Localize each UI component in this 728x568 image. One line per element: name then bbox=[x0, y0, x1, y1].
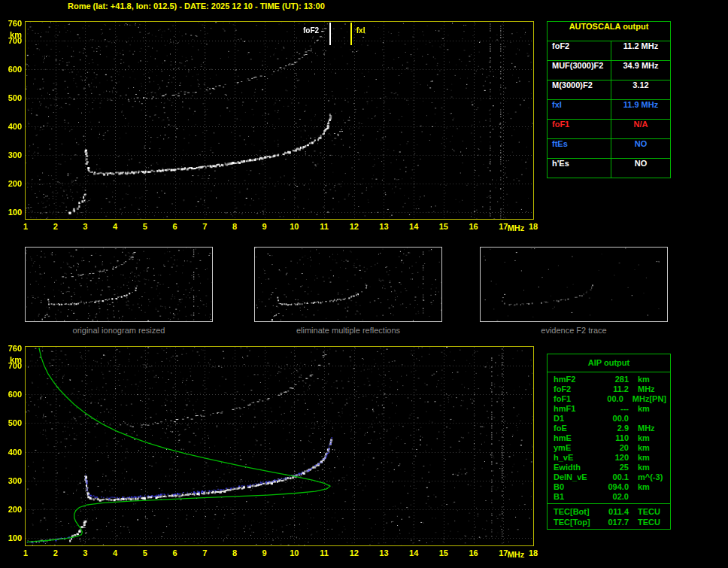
x-tick-label: 18 bbox=[523, 222, 543, 231]
x-axis-unit-label: MHz bbox=[506, 550, 526, 559]
aip-row: D100.0 bbox=[548, 414, 670, 424]
autoscala-param-value: 11.9 MHz bbox=[611, 100, 670, 119]
autoscala-param-label: foF2 bbox=[548, 41, 611, 60]
x-tick-label: 8 bbox=[225, 548, 244, 557]
x-axis-unit-label: MHz bbox=[506, 223, 526, 232]
autoscala-param-label: h'Es bbox=[548, 159, 611, 178]
aip-param-unit: km bbox=[629, 433, 650, 443]
y-tick-label: 300 bbox=[1, 476, 22, 485]
aip-row: hmF1---km bbox=[548, 404, 670, 414]
aip-param-value: 110 bbox=[603, 433, 629, 443]
autoscala-param-label: fxI bbox=[548, 100, 611, 119]
y-tick-label: 600 bbox=[1, 390, 22, 399]
aip-tec-rows: TEC[Bot]011.4TECUTEC[Top]017.7TECU bbox=[548, 503, 670, 529]
autoscala-param-value: N/A bbox=[611, 120, 670, 138]
aip-param-value: 11.2 bbox=[603, 384, 629, 394]
aip-output-title: AIP output bbox=[548, 354, 670, 372]
x-tick-label: 7 bbox=[195, 548, 214, 557]
aip-param-name: B0 bbox=[548, 482, 603, 492]
fxi-marker-label: fxI bbox=[356, 26, 366, 35]
aip-param-unit: km bbox=[629, 404, 650, 414]
thumbnail-caption-evidence: evidence F2 trace bbox=[480, 326, 668, 335]
aip-param-name: foF2 bbox=[548, 384, 603, 394]
aip-param-value: 20 bbox=[603, 443, 629, 453]
aip-param-value: 2.9 bbox=[603, 424, 629, 433]
y-tick-label: 600 bbox=[1, 65, 22, 74]
x-tick-label: 12 bbox=[344, 222, 364, 231]
aip-param-name: D1 bbox=[548, 414, 603, 424]
y-axis-unit-label: km bbox=[1, 30, 22, 39]
y-tick-label: 200 bbox=[1, 505, 22, 514]
aip-param-name: DelN_vE bbox=[548, 472, 603, 482]
y-axis-unit-label: km bbox=[1, 355, 22, 364]
y-tick-label: 100 bbox=[1, 533, 22, 542]
autoscala-param-label: foF1 bbox=[548, 120, 611, 138]
aip-row: B102.0 bbox=[548, 492, 670, 502]
aip-row: B0094.0km bbox=[548, 482, 670, 492]
aip-row: h_vE120km bbox=[548, 453, 670, 463]
x-tick-label: 16 bbox=[464, 548, 484, 557]
x-tick-label: 11 bbox=[314, 222, 334, 231]
autoscala-rows: foF211.2 MHzMUF(3000)F234.9 MHzM(3000)F2… bbox=[548, 41, 670, 178]
y-tick-label: 500 bbox=[1, 418, 22, 427]
aip-row: TEC[Bot]011.4TECU bbox=[548, 506, 670, 517]
aip-row: foF100.0MHz[PN] bbox=[548, 394, 670, 404]
autoscala-param-label: MUF(3000)F2 bbox=[548, 61, 611, 80]
x-tick-label: 14 bbox=[404, 222, 423, 231]
y-tick-label: 300 bbox=[1, 150, 22, 159]
x-tick-label: 11 bbox=[314, 548, 334, 557]
thumbnail-caption-filtered: eliminate multiple reflections bbox=[254, 326, 442, 335]
y-tick-label: 500 bbox=[1, 93, 22, 102]
page-title: Rome (lat: +41.8, lon: 012.5) - DATE: 20… bbox=[68, 2, 325, 11]
aip-param-unit: km bbox=[629, 443, 650, 453]
aip-row: foF211.2MHz bbox=[548, 384, 670, 394]
x-tick-label: 3 bbox=[75, 222, 95, 231]
y-tick-label: 400 bbox=[1, 448, 22, 457]
x-tick-label: 16 bbox=[464, 222, 484, 231]
aip-param-name: TEC[Bot] bbox=[548, 506, 603, 517]
aip-param-name: h_vE bbox=[548, 453, 603, 463]
x-tick-label: 5 bbox=[135, 548, 155, 557]
autoscala-output-table: AUTOSCALA output foF211.2 MHzMUF(3000)F2… bbox=[547, 21, 671, 178]
x-tick-label: 6 bbox=[165, 548, 185, 557]
autoscala-row: h'EsNO bbox=[548, 159, 670, 178]
aip-param-unit: km bbox=[629, 375, 650, 384]
aip-param-value: 00.0 bbox=[603, 414, 629, 424]
aip-param-unit: MHz bbox=[629, 384, 655, 394]
autoscala-row: ftEsNO bbox=[548, 139, 670, 159]
x-tick-label: 10 bbox=[284, 548, 304, 557]
aip-row: hmF2281km bbox=[548, 375, 670, 384]
aip-row: Ewidth25km bbox=[548, 463, 670, 472]
autoscala-param-label: ftEs bbox=[548, 139, 611, 158]
ionogram-plot-bottom: 100200300400500600700760km12345678910111… bbox=[25, 346, 534, 546]
aip-row: foE2.9MHz bbox=[548, 424, 670, 433]
autoscala-param-value: NO bbox=[611, 139, 670, 158]
fof2-marker-label: foF2 bbox=[303, 26, 319, 35]
thumbnail-canvas-evidence bbox=[481, 248, 667, 321]
aip-param-name: hmF2 bbox=[548, 375, 603, 384]
aip-rows: hmF2281kmfoF211.2MHzfoF100.0MHz[PN]hmF1-… bbox=[548, 372, 670, 503]
aip-param-unit: km bbox=[629, 463, 650, 472]
aip-param-value: 011.4 bbox=[603, 506, 629, 517]
aip-param-value: 02.0 bbox=[603, 492, 629, 502]
aip-output-table: AIP output hmF2281kmfoF211.2MHzfoF100.0M… bbox=[547, 354, 671, 530]
autoscala-param-label: M(3000)F2 bbox=[548, 80, 611, 99]
aip-param-name: hmE bbox=[548, 433, 603, 443]
thumbnail-eliminate-reflections bbox=[254, 247, 442, 322]
aip-param-unit: km bbox=[629, 453, 650, 463]
thumbnail-caption-original: original ionogram resized bbox=[25, 326, 213, 335]
y-tick-label: 100 bbox=[1, 208, 22, 217]
aip-param-unit: MHz bbox=[623, 394, 650, 404]
aip-param-name: foF1 bbox=[548, 394, 599, 404]
x-tick-label: 4 bbox=[105, 222, 125, 231]
thumbnail-original-ionogram bbox=[25, 247, 213, 322]
x-tick-label: 2 bbox=[46, 548, 65, 557]
y-tick-label: 200 bbox=[1, 179, 22, 188]
ionogram-canvas-bottom bbox=[26, 347, 533, 545]
aip-param-value: 281 bbox=[603, 375, 629, 384]
x-tick-label: 13 bbox=[374, 222, 393, 231]
x-tick-label: 3 bbox=[75, 548, 95, 557]
x-tick-label: 9 bbox=[255, 222, 275, 231]
aip-param-name: TEC[Top] bbox=[548, 517, 603, 527]
autoscala-row: M(3000)F23.12 bbox=[548, 80, 670, 100]
